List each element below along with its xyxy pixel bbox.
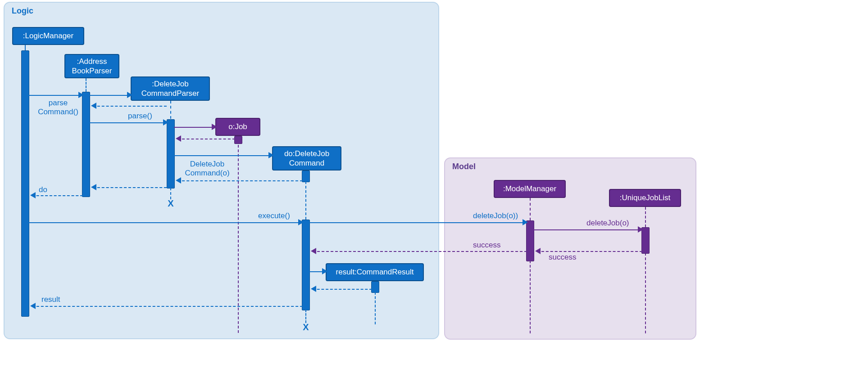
label-parse: parse() bbox=[128, 112, 152, 121]
logic-manager-head: :LogicManager bbox=[12, 27, 84, 45]
arrow-cr-ret bbox=[313, 289, 372, 290]
label-deletejob-ujl: deleteJob(o) bbox=[586, 219, 629, 228]
label-deletejobcommand-o: DeleteJob Command(o) bbox=[185, 160, 230, 178]
activation-djc-create bbox=[302, 171, 310, 182]
arrowhead-result bbox=[27, 303, 36, 309]
activation-ojob bbox=[234, 136, 242, 144]
arrow-deletejob-mm bbox=[309, 222, 523, 223]
arrow-djp-ret-abp-2 bbox=[93, 187, 167, 188]
logic-frame-title: Logic bbox=[12, 6, 33, 16]
delete-job-parser-head: :DeleteJob CommandParser bbox=[131, 76, 210, 101]
arrowhead-new-djc bbox=[268, 152, 277, 158]
destroy-djp: X bbox=[168, 198, 173, 209]
arrowhead-deletejob-mm bbox=[523, 219, 531, 225]
arrow-new-ojob bbox=[174, 127, 213, 128]
activation-djc-exec bbox=[302, 220, 310, 310]
arrowhead-success-ujl bbox=[532, 248, 541, 254]
command-result-head: result:CommandResult bbox=[326, 263, 424, 281]
arrowhead-parse bbox=[163, 119, 172, 126]
arrowhead-djp-ret-abp-1 bbox=[88, 103, 96, 109]
arrow-success-ujl bbox=[537, 251, 642, 252]
delete-job-command-head: do:DeleteJob Command bbox=[272, 146, 341, 171]
unique-job-list-label: :UniqueJobList bbox=[620, 193, 670, 202]
label-deletejob-mm: deleteJob(o)) bbox=[473, 211, 518, 220]
delete-job-parser-label: :DeleteJob CommandParser bbox=[141, 79, 200, 99]
arrow-abp-ret-lm bbox=[32, 195, 83, 196]
activation-cr bbox=[371, 281, 379, 293]
lifeline-cr bbox=[375, 292, 376, 324]
arrowhead-new-ojob bbox=[212, 124, 220, 130]
label-parse-command: parse Command() bbox=[33, 99, 83, 117]
arrowhead-cr-ret bbox=[308, 286, 316, 292]
arrow-parse-command bbox=[28, 95, 79, 96]
delete-job-command-label: do:DeleteJob Command bbox=[284, 149, 329, 168]
arrow-deletejob-ujl bbox=[533, 229, 639, 230]
command-result-label: result:CommandResult bbox=[336, 267, 414, 277]
model-manager-head: :ModelManager bbox=[494, 180, 566, 198]
label-execute: execute() bbox=[258, 211, 290, 220]
lifeline-abp-top bbox=[86, 78, 86, 92]
arrowhead-new-cr bbox=[322, 268, 331, 274]
lifeline-mm-top bbox=[530, 198, 531, 220]
arrowhead-ojob-ret bbox=[173, 135, 181, 142]
logic-manager-label: :LogicManager bbox=[23, 31, 73, 40]
arrow-parse bbox=[89, 122, 164, 123]
arrow-success-mm bbox=[313, 251, 527, 252]
o-job-label: o:Job bbox=[228, 122, 247, 131]
label-success-ujl: success bbox=[549, 253, 576, 262]
arrow-result bbox=[32, 306, 303, 307]
lifeline-mm-bottom bbox=[530, 260, 531, 333]
arrow-new-cr bbox=[309, 271, 323, 272]
activation-mm bbox=[526, 220, 534, 261]
arrowhead-deletejob-ujl bbox=[638, 226, 646, 233]
lifeline-ojob bbox=[238, 136, 239, 333]
arrowhead-parse-command bbox=[78, 92, 87, 98]
arrow-new-djc bbox=[174, 155, 269, 156]
lifeline-djp-bottom bbox=[170, 188, 171, 199]
arrow-execute bbox=[28, 222, 299, 223]
arrowhead-abp-ret-lm bbox=[27, 192, 36, 198]
model-manager-label: :ModelManager bbox=[503, 184, 556, 193]
arrow-djp-ret-abp-1 bbox=[93, 106, 167, 107]
lifeline-djp-top bbox=[170, 101, 171, 119]
arrowhead-abp-new-djp bbox=[127, 92, 136, 98]
lifeline-djc-mid bbox=[305, 181, 306, 220]
lifeline-ujl-top bbox=[645, 207, 646, 227]
label-do: do bbox=[39, 185, 47, 194]
arrowhead-djc-ret-djp bbox=[173, 177, 181, 184]
label-result: result bbox=[41, 295, 60, 304]
destroy-djc: X bbox=[303, 322, 309, 332]
activation-logic-manager bbox=[21, 50, 29, 317]
unique-job-list-head: :UniqueJobList bbox=[609, 189, 681, 207]
lifeline-logic-manager bbox=[25, 45, 26, 50]
address-book-parser-label: :Address BookParser bbox=[72, 57, 112, 76]
model-frame-title: Model bbox=[452, 162, 476, 171]
arrow-ojob-ret bbox=[177, 139, 235, 139]
arrowhead-djp-ret-abp-2 bbox=[88, 184, 96, 190]
lifeline-djc-bottom bbox=[305, 310, 306, 323]
arrowhead-success-mm bbox=[308, 248, 316, 254]
arrowhead-execute bbox=[298, 219, 307, 225]
address-book-parser-head: :Address BookParser bbox=[64, 54, 119, 78]
o-job-head: o:Job bbox=[215, 118, 260, 136]
lifeline-ujl-bottom bbox=[645, 253, 646, 333]
arrow-djc-ret-djp bbox=[177, 180, 303, 181]
label-success-mm: success bbox=[473, 241, 500, 250]
arrow-abp-new-djp bbox=[89, 95, 128, 96]
